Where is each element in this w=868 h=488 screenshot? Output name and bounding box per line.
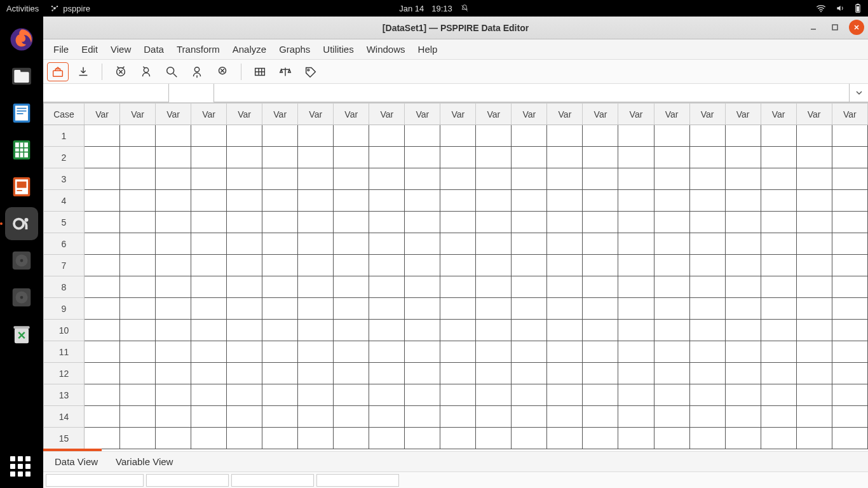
data-cell[interactable] (547, 212, 583, 233)
weight-cases-button[interactable] (275, 62, 296, 81)
data-cell[interactable] (120, 212, 156, 233)
data-cell[interactable] (725, 125, 761, 147)
data-cell[interactable] (725, 341, 761, 363)
data-cell[interactable] (298, 168, 334, 190)
header-var[interactable]: Var (227, 104, 262, 125)
row-header[interactable]: 2 (44, 147, 85, 168)
data-cell[interactable] (405, 276, 440, 298)
data-cell[interactable] (298, 406, 334, 428)
data-cell[interactable] (262, 363, 298, 384)
data-cell[interactable] (369, 384, 405, 406)
tab-variable-view[interactable]: Variable View (116, 456, 173, 467)
data-cell[interactable] (761, 147, 796, 168)
data-cell[interactable] (832, 233, 867, 255)
data-cell[interactable] (476, 384, 512, 406)
data-cell[interactable] (512, 428, 547, 449)
data-cell[interactable] (298, 125, 334, 147)
value-dropdown-button[interactable] (849, 84, 868, 102)
data-cell[interactable] (85, 363, 120, 384)
data-cell[interactable] (227, 233, 262, 255)
data-cell[interactable] (761, 190, 796, 212)
data-cell[interactable] (512, 212, 547, 233)
row-header[interactable]: 3 (44, 168, 85, 190)
data-cell[interactable] (298, 190, 334, 212)
data-cell[interactable] (405, 428, 440, 449)
data-cell[interactable] (725, 363, 761, 384)
data-cell[interactable] (583, 125, 618, 147)
data-cell[interactable] (476, 255, 512, 276)
data-cell[interactable] (440, 212, 476, 233)
data-cell[interactable] (120, 276, 156, 298)
data-cell[interactable] (761, 255, 796, 276)
open-button[interactable] (47, 62, 69, 81)
data-cell[interactable] (334, 384, 369, 406)
data-cell[interactable] (547, 147, 583, 168)
data-cell[interactable] (120, 320, 156, 341)
menu-help[interactable]: Help (413, 41, 443, 57)
data-cell[interactable] (262, 168, 298, 190)
data-cell[interactable] (156, 298, 191, 320)
data-cell[interactable] (618, 233, 654, 255)
data-cell[interactable] (618, 255, 654, 276)
data-cell[interactable] (369, 233, 405, 255)
data-cell[interactable] (262, 276, 298, 298)
data-cell[interactable] (334, 125, 369, 147)
data-cell[interactable] (725, 406, 761, 428)
data-cell[interactable] (120, 147, 156, 168)
data-cell[interactable] (156, 341, 191, 363)
data-cell[interactable] (689, 212, 725, 233)
data-cell[interactable] (156, 212, 191, 233)
maximize-button[interactable] (827, 20, 843, 35)
data-cell[interactable] (440, 298, 476, 320)
data-cell[interactable] (618, 190, 654, 212)
data-cell[interactable] (156, 384, 191, 406)
data-cell[interactable] (512, 125, 547, 147)
data-cell[interactable] (832, 190, 867, 212)
data-cell[interactable] (440, 233, 476, 255)
data-cell[interactable] (440, 363, 476, 384)
data-cell[interactable] (262, 341, 298, 363)
data-cell[interactable] (369, 363, 405, 384)
menu-file[interactable]: File (48, 41, 74, 57)
data-cell[interactable] (618, 428, 654, 449)
data-cell[interactable] (191, 147, 227, 168)
data-cell[interactable] (85, 428, 120, 449)
data-cell[interactable] (654, 255, 689, 276)
data-cell[interactable] (796, 341, 832, 363)
data-cell[interactable] (654, 125, 689, 147)
header-case[interactable]: Case (44, 104, 85, 125)
data-cell[interactable] (191, 428, 227, 449)
data-cell[interactable] (618, 320, 654, 341)
data-cell[interactable] (796, 255, 832, 276)
menu-utilities[interactable]: Utilities (318, 41, 358, 57)
data-cell[interactable] (689, 125, 725, 147)
row-header[interactable]: 14 (44, 406, 85, 428)
data-cell[interactable] (654, 406, 689, 428)
data-cell[interactable] (832, 276, 867, 298)
data-cell[interactable] (440, 255, 476, 276)
data-cell[interactable] (832, 125, 867, 147)
data-cell[interactable] (156, 233, 191, 255)
data-cell[interactable] (156, 125, 191, 147)
header-var[interactable]: Var (334, 104, 369, 125)
data-cell[interactable] (262, 406, 298, 428)
data-cell[interactable] (262, 384, 298, 406)
data-cell[interactable] (725, 168, 761, 190)
menu-analyze[interactable]: Analyze (227, 41, 271, 57)
data-cell[interactable] (476, 233, 512, 255)
data-cell[interactable] (689, 384, 725, 406)
minimize-button[interactable] (806, 20, 821, 35)
data-cell[interactable] (369, 212, 405, 233)
data-cell[interactable] (440, 341, 476, 363)
row-header[interactable]: 9 (44, 298, 85, 320)
data-cell[interactable] (476, 298, 512, 320)
data-cell[interactable] (796, 233, 832, 255)
data-cell[interactable] (405, 125, 440, 147)
data-cell[interactable] (298, 384, 334, 406)
data-cell[interactable] (405, 212, 440, 233)
volume-icon[interactable] (835, 4, 845, 13)
data-cell[interactable] (796, 125, 832, 147)
data-cell[interactable] (156, 320, 191, 341)
data-cell[interactable] (654, 190, 689, 212)
data-cell[interactable] (725, 384, 761, 406)
